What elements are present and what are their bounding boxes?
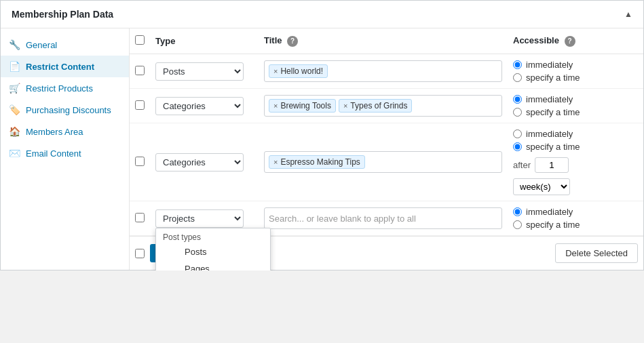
title-header: Title ?: [259, 28, 508, 54]
radio-immediately-2[interactable]: [513, 129, 522, 138]
radio-immediately-0[interactable]: [513, 60, 522, 69]
sidebar-item-members-area[interactable]: 🏠Members Area: [1, 121, 129, 142]
dropdown-item-posts[interactable]: Posts: [156, 243, 270, 260]
content-table: Type Title ? Accessible ? PostsPagesProj…: [130, 28, 643, 236]
tag-field[interactable]: ×Hello world!: [264, 60, 502, 82]
sidebar-label-purchasing-discounts: Purchasing Discounts: [26, 105, 111, 115]
members-area-icon: 🏠: [9, 126, 20, 137]
sidebar-item-general[interactable]: 🔧General: [1, 34, 129, 56]
table-row: PostsPagesProjectsCategoriesTagsProject …: [130, 89, 643, 123]
radio-specify-a-time-1[interactable]: [513, 108, 522, 117]
radio-item-specify-a-time[interactable]: specify a time: [513, 107, 638, 117]
radio-label: immediately: [526, 60, 573, 70]
dropdown-menu: Post typesPostsPages✓ProjectsTaxonomiesC…: [155, 228, 271, 271]
purchasing-discounts-icon: 🏷️: [9, 104, 20, 115]
radio-label: immediately: [526, 129, 573, 139]
main-content: Type Title ? Accessible ? PostsPagesProj…: [130, 28, 643, 270]
radio-item-immediately[interactable]: immediately: [513, 207, 638, 217]
toggle-icon[interactable]: ▲: [624, 9, 632, 19]
general-icon: 🔧: [9, 39, 20, 50]
radio-label: immediately: [526, 94, 573, 104]
table-row: PostsPagesProjectsCategoriesTagsProject …: [130, 123, 643, 201]
table-row: PostsPagesProjectsCategoriesTagsProject …: [130, 201, 643, 236]
radio-label: specify a time: [526, 220, 580, 230]
table-row: PostsPagesProjectsCategoriesTagsProject …: [130, 54, 643, 89]
sidebar-label-restrict-content: Restrict Content: [26, 62, 94, 72]
radio-group: immediatelyspecify a time: [513, 207, 638, 230]
tag: ×Types of Grinds: [339, 99, 412, 113]
sidebar-item-restrict-products[interactable]: 🛒Restrict Products: [1, 77, 129, 99]
radio-immediately-3[interactable]: [513, 207, 522, 216]
sidebar-label-email-content: Email Content: [26, 148, 81, 159]
time-input-row: after: [513, 157, 638, 173]
type-dropdown-wrapper: PostsPagesProjectsCategoriesTagsProject …: [155, 209, 253, 228]
radio-group: immediatelyspecify a time after day(s)we…: [513, 129, 638, 195]
radio-item-immediately[interactable]: immediately: [513, 94, 638, 104]
restrict-products-icon: 🛒: [9, 83, 20, 94]
tag-placeholder: Search... or leave blank to apply to all: [269, 214, 416, 224]
radio-specify-a-time-2[interactable]: [513, 142, 522, 151]
row-checkbox-3[interactable]: [135, 213, 145, 222]
tag-remove-icon[interactable]: ×: [273, 67, 278, 75]
sidebar-label-restrict-products: Restrict Products: [26, 83, 93, 94]
type-header: Type: [150, 28, 259, 54]
select-all-checkbox[interactable]: [135, 35, 145, 45]
type-select-3[interactable]: PostsPagesProjectsCategoriesTagsProject …: [155, 209, 244, 228]
radio-label: specify a time: [526, 73, 580, 83]
sidebar: 🔧General📄Restrict Content🛒Restrict Produ…: [1, 28, 130, 270]
row-checkbox-0[interactable]: [135, 66, 145, 75]
sidebar-item-email-content[interactable]: ✉️Email Content: [1, 142, 129, 164]
row-checkbox-1[interactable]: [135, 100, 145, 110]
after-label: after: [513, 160, 531, 170]
title-help-icon[interactable]: ?: [287, 36, 298, 47]
radio-item-specify-a-time[interactable]: specify a time: [513, 142, 638, 152]
sidebar-label-members-area: Members Area: [26, 127, 83, 137]
tag-field[interactable]: ×Espresso Making Tips: [264, 151, 502, 173]
unit-row: day(s)week(s)month(s)year(s): [513, 178, 638, 195]
tag-remove-icon[interactable]: ×: [273, 158, 278, 166]
tag: ×Brewing Tools: [269, 99, 336, 113]
time-value-input[interactable]: [535, 157, 569, 173]
delete-selected-button[interactable]: Delete Selected: [555, 243, 638, 263]
restrict-content-icon: 📄: [9, 61, 20, 72]
tag-remove-icon[interactable]: ×: [273, 102, 278, 110]
sidebar-item-purchasing-discounts[interactable]: 🏷️Purchasing Discounts: [1, 99, 129, 121]
radio-label: immediately: [526, 207, 573, 217]
type-select-2[interactable]: PostsPagesProjectsCategoriesTagsProject …: [155, 153, 244, 172]
tag: ×Hello world!: [269, 64, 328, 78]
radio-group: immediatelyspecify a time: [513, 60, 638, 83]
tag-field[interactable]: ×Brewing Tools×Types of Grinds: [264, 95, 502, 117]
dropdown-item-pages[interactable]: Pages: [156, 260, 270, 271]
radio-specify-a-time-0[interactable]: [513, 73, 522, 82]
dropdown-group-label: Post types: [156, 228, 270, 243]
accessible-header: Accessible ?: [508, 28, 643, 54]
footer-checkbox[interactable]: [135, 249, 145, 258]
radio-item-specify-a-time[interactable]: specify a time: [513, 73, 638, 83]
accessible-help-icon[interactable]: ?: [565, 36, 575, 47]
row-checkbox-2[interactable]: [135, 157, 145, 166]
radio-group: immediatelyspecify a time: [513, 94, 638, 117]
panel-header: Membership Plan Data ▲: [1, 1, 643, 28]
type-select-1[interactable]: PostsPagesProjectsCategoriesTagsProject …: [155, 97, 244, 115]
type-select-0[interactable]: PostsPagesProjectsCategoriesTagsProject …: [155, 62, 244, 81]
time-unit-select[interactable]: day(s)week(s)month(s)year(s): [513, 178, 570, 195]
email-content-icon: ✉️: [9, 148, 20, 159]
radio-label: specify a time: [526, 107, 580, 117]
radio-specify-a-time-3[interactable]: [513, 220, 522, 229]
tag-remove-icon[interactable]: ×: [343, 102, 347, 110]
sidebar-label-general: General: [26, 40, 57, 50]
tag-field[interactable]: Search... or leave blank to apply to all: [264, 207, 502, 229]
radio-item-immediately[interactable]: immediately: [513, 129, 638, 139]
radio-item-immediately[interactable]: immediately: [513, 60, 638, 70]
tag: ×Espresso Making Tips: [269, 155, 365, 169]
radio-immediately-1[interactable]: [513, 95, 522, 104]
radio-label: specify a time: [526, 142, 580, 152]
radio-item-specify-a-time[interactable]: specify a time: [513, 220, 638, 230]
panel-title: Membership Plan Data: [12, 9, 113, 20]
sidebar-item-restrict-content[interactable]: 📄Restrict Content: [1, 56, 129, 77]
